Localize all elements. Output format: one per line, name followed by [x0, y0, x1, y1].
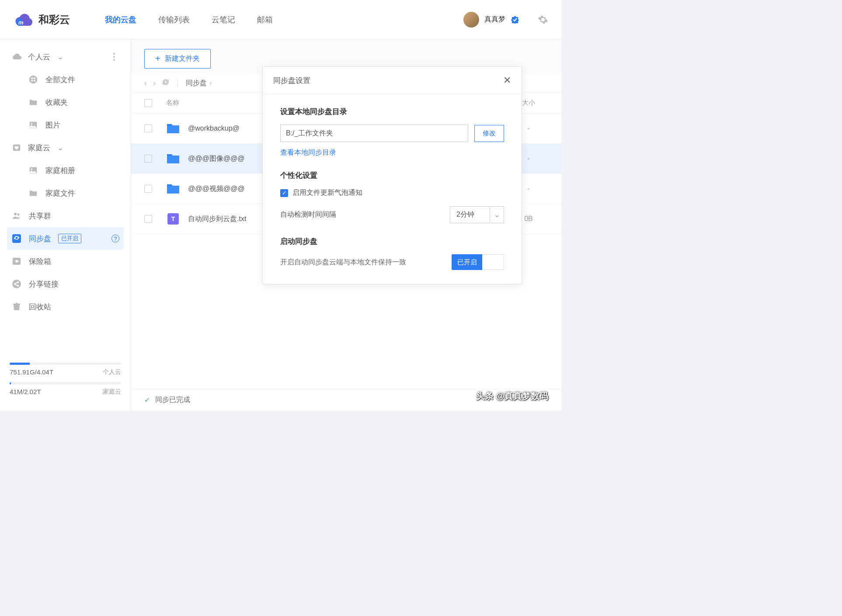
new-folder-button[interactable]: + 新建文件夹: [144, 49, 211, 69]
svg-point-11: [31, 168, 33, 170]
refresh-icon[interactable]: [162, 78, 170, 88]
nav-notes[interactable]: 云笔记: [212, 12, 235, 28]
svg-point-13: [17, 214, 20, 216]
nav-forward-icon[interactable]: ›: [153, 79, 156, 88]
chevron-down-icon: ⌄: [57, 143, 63, 152]
cloud-logo-icon: m: [13, 12, 34, 27]
interval-value: 2分钟: [450, 207, 490, 223]
personal-storage-bar: [10, 363, 121, 365]
svg-rect-6: [34, 80, 35, 82]
sidebar-family-album[interactable]: 家庭相册: [7, 159, 124, 182]
row-checkbox[interactable]: [144, 185, 152, 193]
folder-icon: [28, 188, 38, 198]
personal-storage-text: 751.91G/4.04T: [10, 368, 53, 376]
main-nav: 我的云盘 传输列表 云笔记 邮箱: [105, 12, 463, 28]
sidebar-personal-label: 个人云: [28, 52, 50, 62]
section-start-sync-title: 启动同步盘: [280, 236, 504, 246]
sidebar-item-label: 家庭相册: [45, 166, 75, 176]
svg-marker-1: [511, 16, 519, 24]
grid-icon: [28, 74, 38, 85]
section-local-dir-title: 设置本地同步盘目录: [280, 107, 504, 117]
view-local-dir-link[interactable]: 查看本地同步目录: [280, 148, 336, 157]
sidebar-item-label: 共享群: [29, 211, 51, 221]
bubble-notify-checkbox[interactable]: ✓: [280, 189, 288, 197]
folder-icon: [28, 97, 38, 107]
username[interactable]: 真真梦: [484, 15, 505, 24]
sidebar-sync-disk[interactable]: 同步盘 已开启 ?: [7, 227, 124, 250]
user-avatar[interactable]: [463, 12, 479, 28]
sync-icon: [11, 233, 22, 244]
sidebar-safe[interactable]: 保险箱: [7, 250, 124, 273]
sidebar-share-group[interactable]: 共享群: [7, 204, 124, 227]
row-checkbox[interactable]: [144, 125, 152, 132]
select-all-checkbox[interactable]: [144, 99, 152, 107]
sidebar-images[interactable]: 图片: [7, 114, 124, 136]
sidebar-personal-cloud[interactable]: 个人云 ⌄: [7, 45, 124, 68]
verified-badge-icon: [511, 15, 519, 24]
family-storage-text: 41M/2.02T: [10, 388, 41, 396]
sync-toggle[interactable]: 已开启: [452, 254, 504, 270]
svg-rect-5: [31, 80, 33, 82]
sidebar-trash[interactable]: 回收站: [7, 295, 124, 318]
interval-select[interactable]: 2分钟 ⌄: [450, 206, 504, 223]
toggle-off-handle: [482, 254, 504, 270]
trash-icon: [11, 301, 22, 312]
sidebar-family-files[interactable]: 家庭文件: [7, 182, 124, 204]
svg-rect-17: [16, 261, 19, 262]
nav-mail[interactable]: 邮箱: [257, 12, 273, 28]
nav-transfer[interactable]: 传输列表: [158, 12, 190, 28]
folder-icon: [166, 152, 180, 166]
close-icon[interactable]: ✕: [503, 75, 511, 86]
sidebar-item-label: 回收站: [29, 302, 51, 312]
sidebar-family-label: 家庭云: [28, 143, 50, 153]
safe-icon: [11, 256, 22, 266]
user-area: 真真梦: [463, 12, 548, 28]
share-icon: [11, 279, 22, 289]
sync-path-input[interactable]: [280, 125, 468, 142]
sidebar-item-label: 家庭文件: [45, 188, 75, 198]
app-header: m 和彩云 我的云盘 传输列表 云笔记 邮箱 真真梦: [0, 0, 561, 39]
row-checkbox[interactable]: [144, 215, 152, 223]
modify-button[interactable]: 修改: [474, 125, 504, 142]
chevron-down-icon: ⌄: [490, 207, 504, 222]
sidebar-share-link[interactable]: 分享链接: [7, 273, 124, 295]
svg-rect-4: [34, 77, 35, 79]
svg-point-2: [29, 76, 37, 83]
svg-rect-14: [12, 234, 21, 243]
new-folder-label: 新建文件夹: [165, 54, 200, 63]
sidebar-item-label: 图片: [45, 120, 60, 130]
bubble-notify-label: 启用文件更新气泡通知: [292, 188, 362, 197]
sidebar-item-label: 全部文件: [45, 75, 75, 85]
image-icon: [28, 120, 38, 130]
chevron-down-icon: ⌄: [57, 52, 63, 62]
family-storage-bar: [10, 382, 121, 384]
svg-point-8: [31, 123, 33, 125]
plus-icon: +: [155, 54, 160, 64]
settings-icon[interactable]: [538, 14, 548, 25]
nav-my-cloud[interactable]: 我的云盘: [105, 12, 136, 28]
section-personalization-title: 个性化设置: [280, 170, 504, 180]
sidebar-favorites[interactable]: 收藏夹: [7, 91, 124, 114]
status-text: 同步已完成: [155, 395, 190, 405]
storage-footer: 751.91G/4.04T 个人云 41M/2.02T 家庭云: [0, 354, 131, 411]
help-icon[interactable]: ?: [111, 235, 119, 242]
svg-point-18: [12, 280, 21, 288]
interval-label: 自动检测时间间隔: [280, 210, 336, 219]
nav-back-icon[interactable]: ‹: [144, 79, 147, 88]
folder-icon: [166, 182, 180, 196]
image-icon: [28, 165, 38, 176]
group-icon: [11, 211, 22, 221]
row-checkbox[interactable]: [144, 155, 152, 163]
svg-text:m: m: [18, 19, 24, 26]
chevron-right-icon: ›: [209, 79, 212, 87]
svg-text:T: T: [171, 215, 175, 222]
more-options-icon[interactable]: [113, 53, 115, 61]
svg-point-12: [14, 213, 17, 215]
breadcrumb-path[interactable]: 同步盘 ›: [186, 79, 212, 88]
sidebar-family-cloud[interactable]: 家庭云 ⌄: [7, 136, 124, 159]
toggle-on-label: 已开启: [452, 254, 482, 270]
watermark: 头条 @真真梦数码: [476, 390, 548, 402]
sidebar-all-files[interactable]: 全部文件: [7, 68, 124, 91]
txt-file-icon: T: [166, 212, 180, 226]
svg-rect-3: [31, 77, 33, 79]
